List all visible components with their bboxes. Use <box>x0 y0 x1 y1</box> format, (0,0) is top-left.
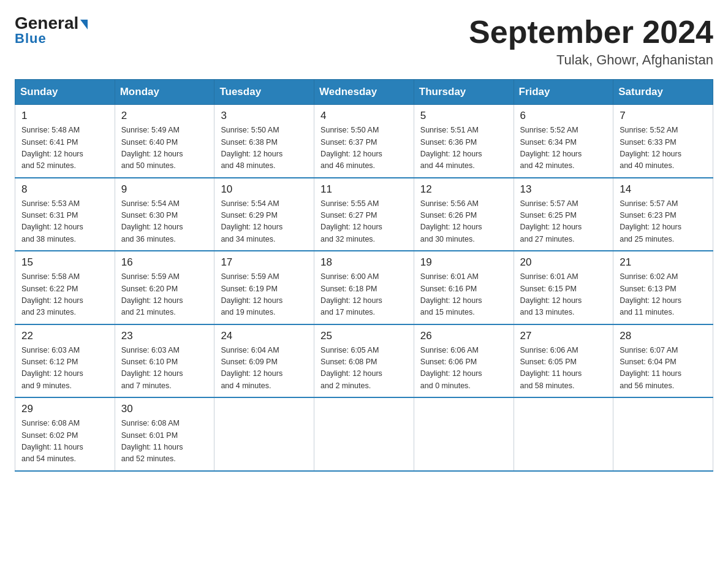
day-info: Sunrise: 6:02 AMSunset: 6:13 PMDaylight:… <box>620 271 707 319</box>
col-tuesday: Tuesday <box>214 80 314 105</box>
day-number: 1 <box>21 110 108 122</box>
day-info: Sunrise: 6:03 AMSunset: 6:12 PMDaylight:… <box>21 345 108 393</box>
day-number: 24 <box>221 330 308 342</box>
title-block: September 2024 Tulak, Ghowr, Afghanistan <box>469 15 713 68</box>
table-row: 28Sunrise: 6:07 AMSunset: 6:04 PMDayligh… <box>613 324 713 398</box>
table-row: 30Sunrise: 6:08 AMSunset: 6:01 PMDayligh… <box>115 397 214 471</box>
table-row: 6Sunrise: 5:52 AMSunset: 6:34 PMDaylight… <box>514 105 613 178</box>
day-number: 16 <box>121 256 208 269</box>
day-number: 28 <box>620 330 707 342</box>
day-number: 15 <box>21 256 108 269</box>
day-number: 4 <box>320 110 408 122</box>
day-number: 29 <box>21 403 108 415</box>
day-info: Sunrise: 5:57 AMSunset: 6:25 PMDaylight:… <box>520 198 607 246</box>
day-info: Sunrise: 5:53 AMSunset: 6:31 PMDaylight:… <box>21 198 108 246</box>
table-row <box>613 397 713 471</box>
table-row: 13Sunrise: 5:57 AMSunset: 6:25 PMDayligh… <box>514 178 613 251</box>
col-monday: Monday <box>115 80 214 105</box>
page-header: General Blue September 2024 Tulak, Ghowr… <box>15 15 713 68</box>
day-number: 5 <box>420 110 507 122</box>
table-row <box>214 397 314 471</box>
calendar-week-row: 15Sunrise: 5:58 AMSunset: 6:22 PMDayligh… <box>15 251 713 324</box>
table-row: 1Sunrise: 5:48 AMSunset: 6:41 PMDaylight… <box>15 105 115 178</box>
day-info: Sunrise: 5:48 AMSunset: 6:41 PMDaylight:… <box>21 124 108 172</box>
day-info: Sunrise: 6:08 AMSunset: 6:02 PMDaylight:… <box>21 418 108 465</box>
day-info: Sunrise: 5:52 AMSunset: 6:34 PMDaylight:… <box>520 124 607 172</box>
day-number: 14 <box>620 183 707 196</box>
logo: General Blue <box>15 15 88 47</box>
day-info: Sunrise: 5:59 AMSunset: 6:19 PMDaylight:… <box>221 271 308 319</box>
day-number: 12 <box>420 183 507 196</box>
day-info: Sunrise: 5:57 AMSunset: 6:23 PMDaylight:… <box>620 198 707 246</box>
table-row: 29Sunrise: 6:08 AMSunset: 6:02 PMDayligh… <box>15 397 115 471</box>
table-row: 14Sunrise: 5:57 AMSunset: 6:23 PMDayligh… <box>613 178 713 251</box>
day-info: Sunrise: 5:56 AMSunset: 6:26 PMDaylight:… <box>420 198 507 246</box>
table-row: 19Sunrise: 6:01 AMSunset: 6:16 PMDayligh… <box>414 251 514 324</box>
table-row: 3Sunrise: 5:50 AMSunset: 6:38 PMDaylight… <box>214 105 314 178</box>
day-info: Sunrise: 6:01 AMSunset: 6:15 PMDaylight:… <box>520 271 607 319</box>
table-row <box>514 397 613 471</box>
day-info: Sunrise: 5:50 AMSunset: 6:38 PMDaylight:… <box>221 124 308 172</box>
calendar-week-row: 22Sunrise: 6:03 AMSunset: 6:12 PMDayligh… <box>15 324 713 398</box>
table-row: 8Sunrise: 5:53 AMSunset: 6:31 PMDaylight… <box>15 178 115 251</box>
day-number: 20 <box>520 256 607 269</box>
col-wednesday: Wednesday <box>314 80 414 105</box>
table-row <box>414 397 514 471</box>
day-number: 22 <box>21 330 108 342</box>
day-info: Sunrise: 5:49 AMSunset: 6:40 PMDaylight:… <box>121 124 208 172</box>
day-info: Sunrise: 5:54 AMSunset: 6:29 PMDaylight:… <box>221 198 308 246</box>
day-number: 7 <box>620 110 707 122</box>
day-info: Sunrise: 5:54 AMSunset: 6:30 PMDaylight:… <box>121 198 208 246</box>
day-number: 6 <box>520 110 607 122</box>
day-number: 21 <box>620 256 707 269</box>
day-number: 25 <box>320 330 408 342</box>
logo-general: General <box>15 15 88 32</box>
table-row: 25Sunrise: 6:05 AMSunset: 6:08 PMDayligh… <box>314 324 414 398</box>
day-info: Sunrise: 6:06 AMSunset: 6:06 PMDaylight:… <box>420 345 507 393</box>
calendar-title: September 2024 <box>469 15 713 50</box>
day-info: Sunrise: 6:00 AMSunset: 6:18 PMDaylight:… <box>320 271 408 319</box>
day-number: 2 <box>121 110 208 122</box>
day-number: 9 <box>121 183 208 196</box>
calendar-week-row: 29Sunrise: 6:08 AMSunset: 6:02 PMDayligh… <box>15 397 713 471</box>
table-row: 4Sunrise: 5:50 AMSunset: 6:37 PMDaylight… <box>314 105 414 178</box>
day-info: Sunrise: 5:58 AMSunset: 6:22 PMDaylight:… <box>21 271 108 319</box>
table-row: 24Sunrise: 6:04 AMSunset: 6:09 PMDayligh… <box>214 324 314 398</box>
col-thursday: Thursday <box>414 80 514 105</box>
day-number: 13 <box>520 183 607 196</box>
day-number: 27 <box>520 330 607 342</box>
table-row: 21Sunrise: 6:02 AMSunset: 6:13 PMDayligh… <box>613 251 713 324</box>
day-info: Sunrise: 5:51 AMSunset: 6:36 PMDaylight:… <box>420 124 507 172</box>
table-row: 27Sunrise: 6:06 AMSunset: 6:05 PMDayligh… <box>514 324 613 398</box>
day-info: Sunrise: 6:06 AMSunset: 6:05 PMDaylight:… <box>520 345 607 393</box>
table-row: 23Sunrise: 6:03 AMSunset: 6:10 PMDayligh… <box>115 324 214 398</box>
day-number: 23 <box>121 330 208 342</box>
col-friday: Friday <box>514 80 613 105</box>
day-number: 17 <box>221 256 308 269</box>
table-row: 12Sunrise: 5:56 AMSunset: 6:26 PMDayligh… <box>414 178 514 251</box>
table-row: 17Sunrise: 5:59 AMSunset: 6:19 PMDayligh… <box>214 251 314 324</box>
day-info: Sunrise: 6:07 AMSunset: 6:04 PMDaylight:… <box>620 345 707 393</box>
day-number: 8 <box>21 183 108 196</box>
day-number: 10 <box>221 183 308 196</box>
col-sunday: Sunday <box>15 80 115 105</box>
day-info: Sunrise: 5:52 AMSunset: 6:33 PMDaylight:… <box>620 124 707 172</box>
table-row: 2Sunrise: 5:49 AMSunset: 6:40 PMDaylight… <box>115 105 214 178</box>
table-row: 18Sunrise: 6:00 AMSunset: 6:18 PMDayligh… <box>314 251 414 324</box>
calendar-table: Sunday Monday Tuesday Wednesday Thursday… <box>15 79 713 472</box>
day-number: 11 <box>320 183 408 196</box>
day-number: 30 <box>121 403 208 415</box>
col-saturday: Saturday <box>613 80 713 105</box>
table-row: 5Sunrise: 5:51 AMSunset: 6:36 PMDaylight… <box>414 105 514 178</box>
calendar-week-row: 1Sunrise: 5:48 AMSunset: 6:41 PMDaylight… <box>15 105 713 178</box>
table-row: 10Sunrise: 5:54 AMSunset: 6:29 PMDayligh… <box>214 178 314 251</box>
table-row <box>314 397 414 471</box>
day-info: Sunrise: 6:05 AMSunset: 6:08 PMDaylight:… <box>320 345 408 393</box>
table-row: 7Sunrise: 5:52 AMSunset: 6:33 PMDaylight… <box>613 105 713 178</box>
day-number: 18 <box>320 256 408 269</box>
day-info: Sunrise: 6:03 AMSunset: 6:10 PMDaylight:… <box>121 345 208 393</box>
day-info: Sunrise: 5:55 AMSunset: 6:27 PMDaylight:… <box>320 198 408 246</box>
day-info: Sunrise: 5:50 AMSunset: 6:37 PMDaylight:… <box>320 124 408 172</box>
table-row: 26Sunrise: 6:06 AMSunset: 6:06 PMDayligh… <box>414 324 514 398</box>
day-number: 3 <box>221 110 308 122</box>
